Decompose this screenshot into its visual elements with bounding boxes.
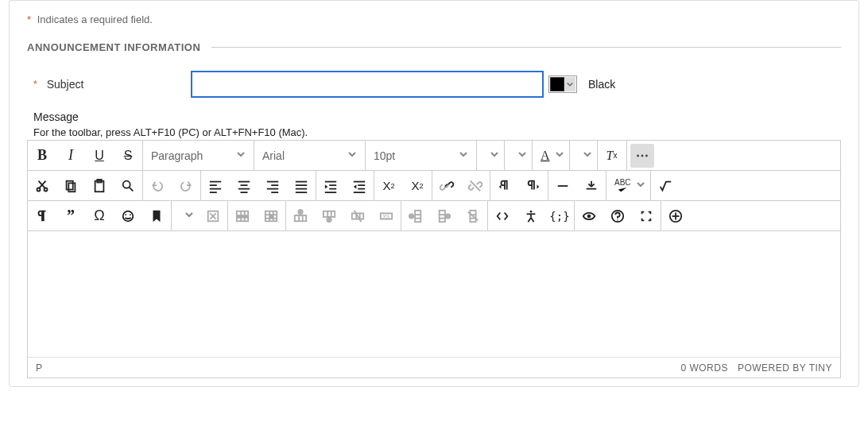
editor-content-area[interactable] bbox=[28, 231, 840, 357]
copy-button[interactable] bbox=[56, 171, 85, 200]
section-title: ANNOUNCEMENT INFORMATION bbox=[27, 41, 200, 53]
code-sample-button[interactable]: {;} bbox=[545, 201, 574, 230]
align-center-button[interactable] bbox=[230, 171, 258, 200]
font-size-select[interactable]: 10pt bbox=[366, 141, 477, 170]
delete-col-button[interactable] bbox=[459, 201, 487, 230]
underline-button[interactable]: U bbox=[85, 141, 114, 170]
delete-row-button[interactable] bbox=[343, 201, 372, 230]
bullet-list-button[interactable] bbox=[477, 141, 504, 170]
row-properties-button[interactable]: XS bbox=[372, 201, 401, 230]
text-color-button[interactable]: A bbox=[533, 141, 569, 170]
insert-row-before-button[interactable] bbox=[286, 201, 315, 230]
insert-row-after-button[interactable] bbox=[315, 201, 343, 230]
toolbar-hint: For the toolbar, press ALT+F10 (PC) or A… bbox=[27, 126, 841, 138]
chevron-down-icon bbox=[517, 149, 527, 161]
special-char-button[interactable]: Ω bbox=[85, 201, 114, 230]
bold-button[interactable]: B bbox=[28, 141, 56, 170]
svg-point-13 bbox=[637, 154, 639, 157]
insert-table-button[interactable] bbox=[172, 201, 199, 230]
svg-point-112 bbox=[530, 210, 533, 212]
numbered-list-button[interactable]: 123 bbox=[505, 141, 532, 170]
equation-editor-button[interactable] bbox=[651, 171, 680, 200]
align-right-button[interactable] bbox=[258, 171, 287, 200]
spellcheck-label: ABC bbox=[614, 179, 631, 187]
font-size-value: 10pt bbox=[374, 149, 395, 162]
editor-statusbar: P 0 WORDS POWERED BY TINY bbox=[28, 357, 840, 378]
block-format-select[interactable]: Paragraph bbox=[143, 141, 254, 170]
clear-formatting-button[interactable]: Tx bbox=[598, 141, 626, 170]
table-cell-props-button[interactable] bbox=[257, 201, 285, 230]
svg-line-116 bbox=[531, 217, 534, 221]
align-left-button[interactable] bbox=[201, 171, 230, 200]
chevron-down-icon bbox=[636, 180, 645, 192]
remove-link-button[interactable] bbox=[461, 171, 490, 200]
cut-button[interactable] bbox=[28, 171, 56, 200]
svg-point-14 bbox=[641, 154, 643, 157]
powered-by[interactable]: POWERED BY TINY bbox=[738, 362, 832, 374]
preview-button[interactable] bbox=[575, 201, 603, 230]
superscript-button[interactable]: X2 bbox=[374, 171, 403, 200]
subject-color-picker[interactable] bbox=[548, 76, 577, 93]
svg-rect-20 bbox=[67, 180, 73, 189]
element-path[interactable]: P bbox=[36, 362, 42, 374]
subject-field-row: * Subject Black bbox=[27, 71, 841, 98]
subject-label-group: * Subject bbox=[27, 78, 191, 91]
rtl-button[interactable] bbox=[519, 171, 548, 200]
undo-button[interactable] bbox=[143, 171, 172, 200]
form-panel: * Indicates a required field. ANNOUNCEME… bbox=[9, 0, 859, 387]
insert-line-button[interactable] bbox=[577, 171, 606, 200]
insert-col-after-button[interactable] bbox=[430, 201, 459, 230]
blockquote-button[interactable]: ” bbox=[56, 201, 85, 230]
delete-table-button[interactable] bbox=[199, 201, 227, 230]
chevron-down-icon bbox=[448, 149, 468, 161]
add-content-button[interactable] bbox=[661, 201, 690, 230]
help-button[interactable] bbox=[603, 201, 632, 230]
outdent-button[interactable] bbox=[345, 171, 374, 200]
insert-col-before-button[interactable] bbox=[401, 201, 430, 230]
emoji-button[interactable] bbox=[114, 201, 142, 230]
horizontal-rule-button[interactable] bbox=[548, 171, 577, 200]
source-code-button[interactable] bbox=[488, 201, 517, 230]
subject-input[interactable] bbox=[191, 71, 544, 98]
chevron-down-icon bbox=[184, 210, 194, 222]
table-row-props-button[interactable] bbox=[228, 201, 257, 230]
font-family-select[interactable]: Arial bbox=[254, 141, 366, 170]
svg-rect-84 bbox=[324, 211, 335, 216]
redo-button[interactable] bbox=[172, 171, 200, 200]
chevron-down-icon bbox=[564, 77, 575, 91]
anchor-button[interactable] bbox=[142, 201, 171, 230]
accessibility-button[interactable] bbox=[517, 201, 545, 230]
spellcheck-button[interactable]: ABC bbox=[606, 171, 650, 200]
align-justify-button[interactable] bbox=[287, 171, 316, 200]
strikethrough-button[interactable]: S bbox=[114, 141, 142, 170]
svg-point-58 bbox=[125, 214, 126, 215]
message-label: Message bbox=[27, 110, 841, 123]
italic-button[interactable]: I bbox=[56, 141, 85, 170]
fullscreen-button[interactable] bbox=[632, 201, 661, 230]
more-options-button[interactable] bbox=[630, 144, 654, 168]
paragraph-button[interactable] bbox=[28, 201, 56, 230]
indent-button[interactable] bbox=[316, 171, 345, 200]
paste-button[interactable] bbox=[85, 171, 114, 200]
required-asterisk: * bbox=[33, 79, 37, 90]
required-note: * Indicates a required field. bbox=[27, 14, 841, 25]
required-note-text: Indicates a required field. bbox=[37, 14, 153, 25]
svg-rect-102 bbox=[440, 210, 445, 221]
word-count[interactable]: 0 WORDS bbox=[680, 362, 728, 374]
insert-link-button[interactable] bbox=[432, 171, 461, 200]
svg-rect-78 bbox=[295, 215, 306, 221]
subscript-button[interactable]: X2 bbox=[403, 171, 432, 200]
color-swatch bbox=[550, 77, 564, 91]
svg-point-57 bbox=[123, 211, 134, 221]
toolbar-row-2: X2 X2 ABC bbox=[28, 171, 840, 201]
ltr-button[interactable] bbox=[490, 171, 519, 200]
svg-point-59 bbox=[130, 214, 131, 215]
find-replace-button[interactable] bbox=[114, 171, 142, 200]
chevron-down-icon bbox=[555, 149, 564, 161]
block-format-value: Paragraph bbox=[151, 149, 203, 162]
svg-point-24 bbox=[123, 180, 130, 188]
svg-text:XS: XS bbox=[383, 213, 389, 219]
highlight-color-button[interactable] bbox=[570, 141, 597, 170]
svg-rect-96 bbox=[415, 210, 420, 221]
subject-label: Subject bbox=[47, 78, 84, 91]
